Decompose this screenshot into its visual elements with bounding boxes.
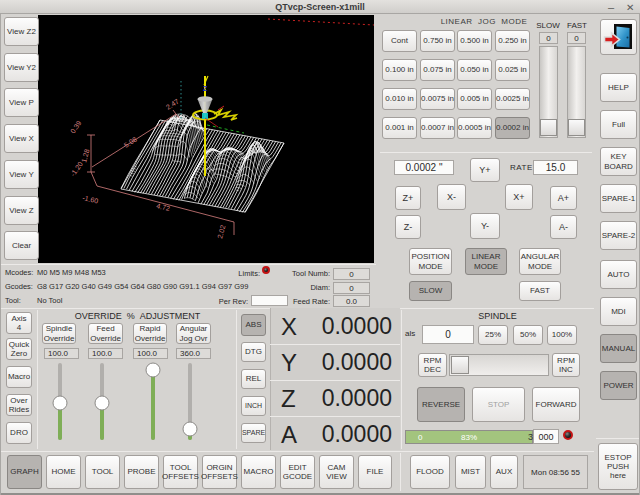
svg-text:-1.20: -1.20 — [69, 160, 84, 177]
svg-text:-1.60: -1.60 — [82, 194, 99, 204]
svg-text:Z: Z — [203, 85, 208, 92]
svg-text:5.08: 5.08 — [123, 135, 138, 148]
svg-text:2.47: 2.47 — [165, 97, 180, 110]
svg-text:0.39: 0.39 — [69, 119, 83, 134]
svg-text:1.28: 1.28 — [80, 148, 90, 163]
svg-text:4.72: 4.72 — [156, 202, 171, 212]
svg-text:2.02: 2.02 — [216, 224, 226, 239]
